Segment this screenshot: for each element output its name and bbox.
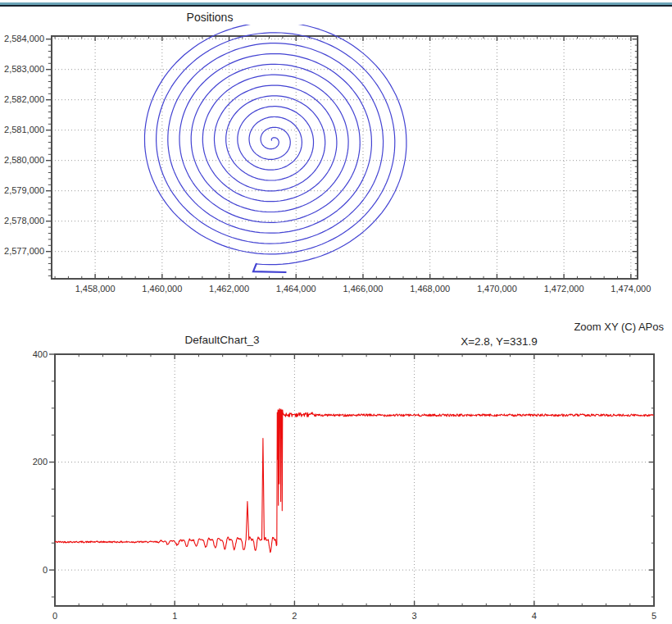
- plot-border: [55, 354, 654, 606]
- x-tick-label: 1,474,000: [611, 284, 651, 294]
- x-tick-label: 0: [52, 611, 57, 621]
- y-tick-label: 2,577,000: [4, 246, 44, 256]
- y-tick-label: 2,583,000: [4, 64, 44, 74]
- plot-border: [52, 36, 638, 279]
- x-tick-label: 1,468,000: [410, 284, 450, 294]
- x-tick-label: 1,466,000: [343, 284, 384, 294]
- y-tick-label: 0: [43, 565, 48, 575]
- positions-chart-canvas[interactable]: 1,458,0001,460,0001,462,0001,464,0001,46…: [0, 25, 672, 307]
- y-tick-label: 2,584,000: [4, 34, 44, 43]
- spiral-trace: [145, 25, 406, 265]
- y-tick-label: 2,582,000: [4, 94, 44, 104]
- x-tick-label: 2: [292, 611, 297, 621]
- scope-window: Positions 1,458,0001,460,0001,462,0001,4…: [0, 0, 672, 624]
- x-tick-label: 4: [532, 611, 537, 621]
- x-tick-label: 1,458,000: [75, 284, 116, 294]
- x-tick-label: 1,464,000: [276, 284, 316, 294]
- x-tick-label: 3: [412, 611, 417, 621]
- window-top-border-dark: [0, 5, 672, 7]
- y-tick-label: 2,581,000: [4, 125, 44, 134]
- positions-chart-title: Positions: [144, 11, 275, 24]
- x-tick-label: 5: [652, 611, 656, 621]
- cursor-readout: X=2.8, Y=331.9: [434, 335, 565, 348]
- x-tick-label: 1,472,000: [544, 284, 584, 294]
- defaultchart3-title: DefaultChart_3: [157, 334, 288, 346]
- apos-trace: [55, 408, 654, 552]
- y-tick-label: 2,580,000: [4, 155, 44, 165]
- y-tick-label: 400: [33, 349, 48, 359]
- defaultchart3-canvas[interactable]: 0123450200400: [0, 348, 672, 624]
- x-tick-label: 1,470,000: [477, 284, 517, 294]
- spiral-trace-tail: [253, 264, 286, 272]
- y-tick-label: 2,578,000: [4, 216, 44, 225]
- zoom-mode-label: Zoom XY (C) APos: [574, 321, 664, 333]
- y-tick-label: 2,579,000: [4, 185, 44, 195]
- x-tick-label: 1,460,000: [142, 284, 182, 294]
- x-tick-label: 1,462,000: [209, 284, 249, 294]
- y-tick-label: 200: [33, 457, 48, 467]
- x-tick-label: 1: [172, 611, 177, 621]
